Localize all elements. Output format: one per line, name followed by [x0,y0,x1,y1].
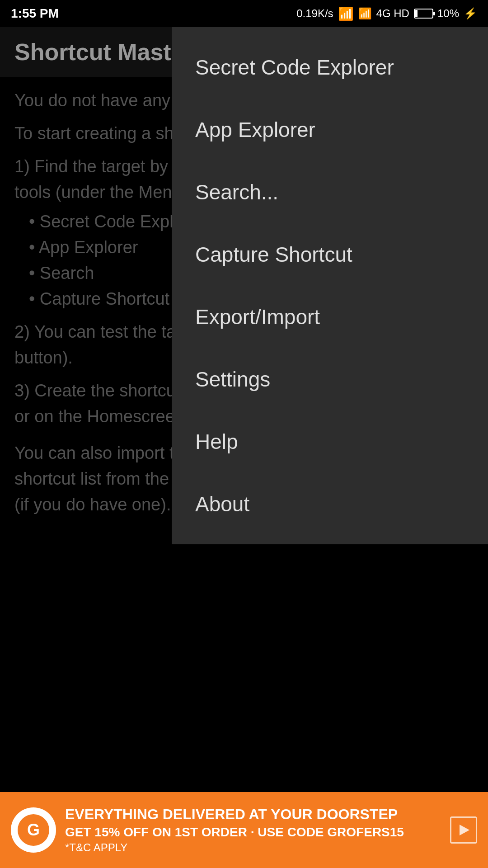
menu-item-secret-code-explorer[interactable]: Secret Code Explorer [172,36,488,99]
signal-icon: 📶 [358,7,372,20]
ad-logo: G [11,807,56,853]
battery-svg [414,8,436,19]
battery-icon: 10% [414,7,459,20]
menu-item-search[interactable]: Search... [172,161,488,223]
wifi-icon: 📶 [338,6,354,21]
ad-terms: *T&C APPLY [65,840,441,854]
ad-banner[interactable]: G EVERYTHING DELIVERED AT YOUR DOORSTEP … [0,792,488,868]
ad-play-icon [450,816,477,844]
svg-rect-2 [415,10,418,17]
menu-item-settings[interactable]: Settings [172,348,488,410]
menu-item-about[interactable]: About [172,473,488,535]
status-right: 0.19K/s 📶 📶 4G HD 10% ⚡ [296,6,477,21]
battery-percent: 10% [437,7,459,20]
ad-offer-text: GET 15% OFF ON 1ST ORDER · USE CODE GROF… [65,824,441,840]
dropdown-menu: Secret Code Explorer App Explorer Search… [172,27,488,544]
play-triangle [460,825,469,835]
ad-text: EVERYTHING DELIVERED AT YOUR DOORSTEP GE… [65,805,441,854]
network-type: 4G HD [376,7,409,20]
menu-item-capture-shortcut[interactable]: Capture Shortcut [172,223,488,286]
network-speed: 0.19K/s [296,7,333,20]
status-bar: 1:55 PM 0.19K/s 📶 📶 4G HD 10% ⚡ [0,0,488,27]
ad-main-text: EVERYTHING DELIVERED AT YOUR DOORSTEP [65,805,441,824]
menu-item-app-explorer[interactable]: App Explorer [172,99,488,161]
menu-item-help[interactable]: Help [172,410,488,473]
svg-rect-1 [433,12,435,15]
menu-item-export-import[interactable]: Export/Import [172,286,488,348]
ad-logo-letter: G [18,814,49,846]
charging-icon: ⚡ [464,7,477,20]
status-time: 1:55 PM [11,6,59,21]
